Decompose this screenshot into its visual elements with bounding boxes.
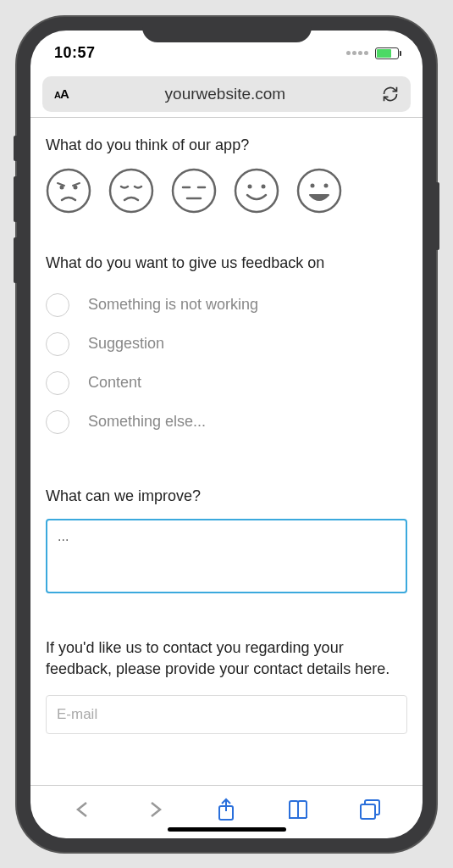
emoji-happy-icon[interactable] xyxy=(234,168,279,214)
phone-frame: 10:57 AA yourwebsite.com What do y xyxy=(17,17,436,852)
svg-point-0 xyxy=(47,170,90,212)
radio-label: Suggestion xyxy=(88,335,164,353)
emoji-rating-row xyxy=(46,168,407,214)
svg-point-15 xyxy=(324,183,329,187)
share-icon[interactable] xyxy=(214,798,238,821)
url-text[interactable]: yourwebsite.com xyxy=(79,85,372,103)
emoji-angry-icon[interactable] xyxy=(46,168,91,214)
svg-point-11 xyxy=(248,184,252,188)
tabs-icon[interactable] xyxy=(358,798,382,821)
improve-textarea[interactable] xyxy=(46,519,407,593)
svg-rect-18 xyxy=(361,804,375,819)
emoji-very-happy-icon[interactable] xyxy=(296,168,342,214)
improve-question: What can we improve? xyxy=(46,487,407,505)
svg-point-13 xyxy=(298,170,340,212)
radio-icon xyxy=(46,293,69,317)
email-field[interactable] xyxy=(46,695,407,734)
radio-icon xyxy=(46,371,69,395)
reload-icon[interactable] xyxy=(382,86,399,103)
radio-label: Something else... xyxy=(88,413,206,431)
emoji-neutral-icon[interactable] xyxy=(171,168,217,214)
radio-item-suggestion[interactable]: Suggestion xyxy=(46,325,407,364)
page-content[interactable]: What do you think of our app? What xyxy=(30,117,423,786)
back-icon[interactable] xyxy=(71,798,95,821)
svg-line-4 xyxy=(73,183,80,186)
category-radio-list: Something is not working Suggestion Cont… xyxy=(46,286,407,442)
rating-question: What do you think of our app? xyxy=(46,136,407,154)
svg-point-10 xyxy=(235,170,278,212)
svg-point-14 xyxy=(311,183,315,187)
phone-notch xyxy=(142,17,312,42)
svg-point-12 xyxy=(262,184,266,188)
radio-item-not-working[interactable]: Something is not working xyxy=(46,286,407,325)
svg-line-3 xyxy=(58,183,64,186)
emoji-sad-icon[interactable] xyxy=(108,168,154,214)
radio-icon xyxy=(46,410,69,434)
signal-dots-icon xyxy=(346,51,368,55)
radio-label: Something is not working xyxy=(88,296,258,314)
category-question: What do you want to give us feedback on xyxy=(46,254,407,272)
browser-url-bar[interactable]: AA yourwebsite.com xyxy=(42,76,411,112)
svg-point-5 xyxy=(110,170,152,212)
forward-icon[interactable] xyxy=(143,798,167,821)
status-time: 10:57 xyxy=(54,44,96,62)
radio-item-something-else[interactable]: Something else... xyxy=(46,403,407,442)
bookmarks-icon[interactable] xyxy=(286,798,310,821)
battery-icon xyxy=(375,47,399,59)
contact-question: If you'd like us to contact you regardin… xyxy=(46,637,407,680)
svg-point-6 xyxy=(173,170,215,212)
radio-icon xyxy=(46,332,69,356)
home-indicator[interactable] xyxy=(168,827,286,832)
radio-label: Content xyxy=(88,374,141,392)
text-size-button[interactable]: AA xyxy=(54,86,69,101)
radio-item-content[interactable]: Content xyxy=(46,364,407,403)
